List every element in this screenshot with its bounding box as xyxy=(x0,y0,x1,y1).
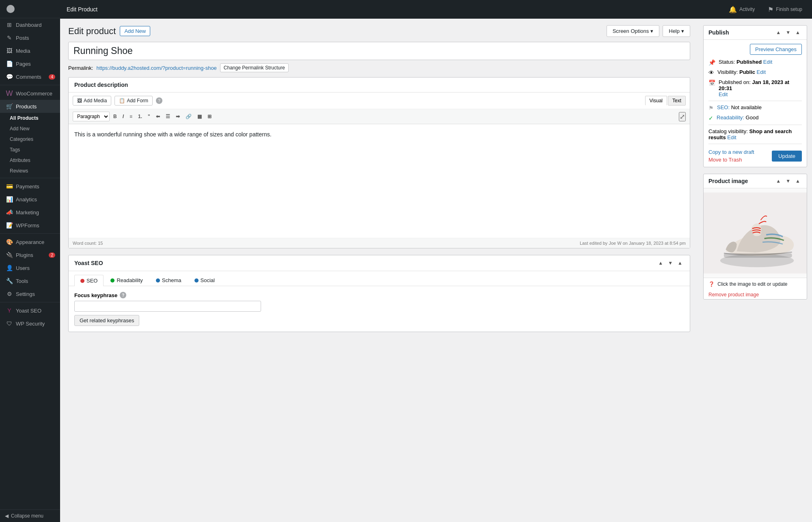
sidebar-sub-categories[interactable]: Categories xyxy=(0,134,60,145)
sidebar-item-comments[interactable]: 💬 Comments 4 xyxy=(0,70,60,83)
sidebar-item-appearance[interactable]: 🎨 Appearance xyxy=(0,235,60,248)
align-left-button[interactable]: ⬅ xyxy=(154,112,162,121)
sidebar: ⊞ Dashboard ✎ Posts 🖼 Media 📄 Pages 💬 Co… xyxy=(0,0,60,522)
yoast-tab-seo[interactable]: SEO xyxy=(74,275,104,286)
permalink-link[interactable]: https://buddy.a2hosted.com/?product=runn… xyxy=(96,65,216,71)
update-button[interactable]: Update xyxy=(772,151,802,162)
collapse-menu-item[interactable]: ◀ Collapse menu xyxy=(0,509,60,522)
yoast-tab-social[interactable]: Social xyxy=(188,274,221,286)
sidebar-item-marketing[interactable]: 📣 Marketing xyxy=(0,206,60,219)
sidebar-item-analytics[interactable]: 📊 Analytics xyxy=(0,193,60,206)
focus-keyphrase-input[interactable] xyxy=(74,301,261,312)
sidebar-item-wp-security[interactable]: 🛡 WP Security xyxy=(0,317,60,330)
publish-close-button[interactable]: ▲ xyxy=(794,29,802,36)
sidebar-sub-attributes[interactable]: Attributes xyxy=(0,155,60,166)
numbered-list-button[interactable]: 1. xyxy=(136,112,144,121)
help-icon[interactable]: ? xyxy=(156,97,162,104)
sidebar-sub-tags[interactable]: Tags xyxy=(0,145,60,155)
topbar-page-title: Edit Product xyxy=(67,6,97,13)
editor-content[interactable]: This is a wonderful running shoe with a … xyxy=(69,124,690,238)
readability-label-link[interactable]: Readability: xyxy=(717,114,744,121)
product-image-panel: Product image ▲ ▼ ▲ xyxy=(703,174,807,300)
sidebar-item-media[interactable]: 🖼 Media xyxy=(0,44,60,57)
sidebar-item-plugins[interactable]: 🔌 Plugins 2 xyxy=(0,248,60,261)
sidebar-item-woocommerce[interactable]: W WooCommerce xyxy=(0,87,60,100)
publish-collapse-up-button[interactable]: ▲ xyxy=(774,29,782,36)
catalog-edit-link[interactable]: Edit xyxy=(727,134,736,140)
image-panel-down-button[interactable]: ▼ xyxy=(784,177,792,185)
dashboard-icon: ⊞ xyxy=(6,22,13,28)
publish-seo-row: ⚑ SEO: Not available xyxy=(708,104,802,111)
align-center-button[interactable]: ☰ xyxy=(164,112,172,121)
yoast-close-button[interactable]: ▲ xyxy=(676,259,684,267)
sidebar-item-yoast-seo[interactable]: Y Yoast SEO xyxy=(0,304,60,317)
visibility-edit-link[interactable]: Edit xyxy=(757,69,766,75)
product-title-input[interactable] xyxy=(68,42,690,60)
yoast-tab-readability[interactable]: Readability xyxy=(104,274,149,286)
bold-button[interactable]: B xyxy=(111,112,119,121)
activity-button[interactable]: 🔔 Activity xyxy=(726,4,758,15)
publish-panel-header: Publish ▲ ▼ ▲ xyxy=(704,26,807,40)
finish-setup-button[interactable]: ⚑ Finish setup xyxy=(764,4,806,15)
sidebar-item-products[interactable]: 🛒 Products xyxy=(0,100,60,113)
sidebar-sub-reviews[interactable]: Reviews xyxy=(0,166,60,176)
sidebar-item-payments[interactable]: 💳 Payments xyxy=(0,180,60,193)
yoast-collapse-down-button[interactable]: ▼ xyxy=(666,259,674,267)
image-panel-controls: ▲ ▼ ▲ xyxy=(774,177,802,185)
move-trash-link[interactable]: Move to Trash xyxy=(708,157,742,163)
add-media-button[interactable]: 🖼 Add Media xyxy=(73,96,111,106)
editor-tabs: Visual Text xyxy=(645,96,686,106)
sidebar-item-dashboard[interactable]: ⊞ Dashboard xyxy=(0,18,60,31)
sidebar-item-settings[interactable]: ⚙ Settings xyxy=(0,287,60,300)
users-icon: 👤 xyxy=(6,265,13,271)
yoast-collapse-up-button[interactable]: ▲ xyxy=(657,259,665,267)
yoast-tab-schema[interactable]: Schema xyxy=(150,274,188,286)
visual-tab[interactable]: Visual xyxy=(645,96,667,106)
readability-dot xyxy=(110,278,114,283)
blockquote-button[interactable]: " xyxy=(146,112,152,121)
sidebar-item-pages[interactable]: 📄 Pages xyxy=(0,57,60,70)
product-image[interactable] xyxy=(704,188,807,278)
align-right-button[interactable]: ➡ xyxy=(174,112,182,121)
add-form-button[interactable]: 📋 Add Form xyxy=(114,96,153,106)
text-tab[interactable]: Text xyxy=(668,96,686,106)
svg-rect-2 xyxy=(724,253,792,258)
get-related-keyphrases-button[interactable]: Get related keyphrases xyxy=(74,315,139,326)
image-panel-up-button[interactable]: ▲ xyxy=(774,177,782,185)
collapse-icon: ◀ xyxy=(5,513,9,519)
fullscreen-button[interactable]: ⤢ xyxy=(679,112,686,121)
remove-image-link[interactable]: Remove product image xyxy=(704,290,807,299)
status-edit-link[interactable]: Edit xyxy=(763,59,772,65)
italic-button[interactable]: I xyxy=(121,112,126,121)
publish-collapse-down-button[interactable]: ▼ xyxy=(784,29,792,36)
paragraph-select[interactable]: Paragraph xyxy=(73,112,110,121)
calendar-icon: 📅 xyxy=(708,80,715,86)
tools-icon: 🔧 xyxy=(6,278,13,284)
focus-help-icon[interactable]: ? xyxy=(120,292,126,298)
comments-icon: 💬 xyxy=(6,73,13,80)
add-media-icon: 🖼 xyxy=(77,98,82,104)
screen-options-button[interactable]: Screen Options ▾ xyxy=(607,25,660,37)
copy-draft-link[interactable]: Copy to a new draft xyxy=(708,149,754,155)
yoast-card-controls: ▲ ▼ ▲ xyxy=(657,259,684,267)
sidebar-sub-all-products[interactable]: All Products xyxy=(0,113,60,123)
schema-dot xyxy=(156,278,160,283)
yoast-card-header: Yoast SEO ▲ ▼ ▲ xyxy=(69,255,690,271)
sidebar-sub-add-new[interactable]: Add New xyxy=(0,123,60,134)
table-button[interactable]: ▦ xyxy=(195,112,204,121)
sidebar-item-wpforms[interactable]: 📝 WPForms xyxy=(0,219,60,232)
seo-label-link[interactable]: SEO: xyxy=(717,104,730,110)
posts-icon: ✎ xyxy=(6,35,13,41)
sidebar-item-posts[interactable]: ✎ Posts xyxy=(0,31,60,44)
published-edit-link[interactable]: Edit xyxy=(719,91,728,97)
sidebar-item-tools[interactable]: 🔧 Tools xyxy=(0,274,60,287)
change-permalink-button[interactable]: Change Permalink Structure xyxy=(220,63,289,72)
more-table-button[interactable]: ⊞ xyxy=(205,112,214,121)
sidebar-item-users[interactable]: 👤 Users xyxy=(0,261,60,274)
add-new-button[interactable]: Add New xyxy=(120,26,150,36)
bullet-list-button[interactable]: ≡ xyxy=(127,112,134,121)
link-button[interactable]: 🔗 xyxy=(184,112,194,121)
help-button[interactable]: Help ▾ xyxy=(663,25,690,37)
image-panel-close-button[interactable]: ▲ xyxy=(794,177,802,185)
preview-changes-button[interactable]: Preview Changes xyxy=(750,44,802,55)
